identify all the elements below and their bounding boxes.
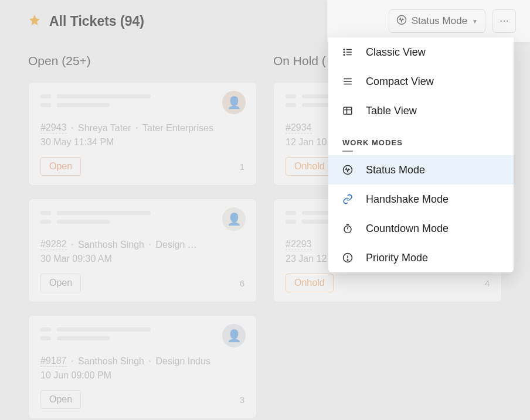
svg-point-3	[507, 21, 508, 22]
dropdown-item[interactable]: Status Mode	[328, 155, 514, 185]
ticket-company: Tater Enterprises	[142, 123, 213, 134]
status-chip[interactable]: Onhold	[286, 157, 334, 176]
mode-button-label: Status Mode	[412, 15, 467, 27]
table-icon	[342, 105, 353, 116]
dropdown-item-label: Compact View	[366, 76, 434, 88]
status-chip[interactable]: Onhold	[286, 274, 334, 292]
dropdown-item-label: Classic View	[366, 46, 426, 59]
ticket-count: 1	[240, 162, 244, 172]
svg-point-0	[397, 15, 406, 24]
svg-point-4	[344, 49, 345, 50]
dropdown-item[interactable]: Countdown Mode	[328, 214, 514, 243]
dropdown-item[interactable]: Handshake Mode	[328, 185, 514, 214]
svg-point-6	[344, 54, 345, 56]
dropdown-item-label: Countdown Mode	[366, 223, 449, 235]
kanban-column: Open (25+)👤#2943•Shreya Tater•Tater Ente…	[28, 54, 257, 420]
alert-icon	[342, 252, 353, 263]
dropdown-item-label: Priority Mode	[366, 252, 428, 264]
dropdown-item[interactable]: Priority Mode	[328, 243, 514, 272]
ticket-company: Design Indus	[156, 356, 210, 367]
ticket-date: 10 Jun 09:00 PM	[40, 370, 244, 381]
svg-point-2	[504, 21, 505, 22]
ticket-person: Shreya Tater	[78, 123, 131, 134]
avatar: 👤	[222, 207, 246, 231]
chevron-down-icon: ▼	[472, 18, 478, 25]
dropdown-item-label: Status Mode	[366, 164, 425, 176]
ticket-id: #9187	[40, 356, 67, 367]
ticket-id: #2293	[286, 239, 312, 250]
status-chip[interactable]: Open	[40, 274, 81, 292]
ticket-id: #9282	[40, 239, 67, 250]
svg-rect-13	[344, 107, 352, 114]
ticket-meta: #9187•Santhosh Singh•Design Indus	[40, 356, 244, 367]
ticket-date: 30 May 11:34 PM	[40, 137, 244, 148]
ticket-id: #2934	[286, 122, 312, 134]
page-title: All Tickets (94)	[49, 13, 144, 29]
dropdown-item-label: Table View	[366, 105, 417, 117]
ticket-company: Design …	[156, 240, 197, 250]
timer-icon	[342, 223, 353, 234]
svg-point-5	[344, 52, 345, 53]
more-button[interactable]	[492, 9, 516, 33]
dropdown-item-label: Handshake Mode	[366, 193, 449, 206]
svg-point-1	[501, 21, 502, 22]
status-chip[interactable]: Open	[40, 390, 81, 409]
ticket-meta: #2943•Shreya Tater•Tater Enterprises	[40, 122, 244, 134]
ticket-person: Santhosh Singh	[78, 356, 144, 367]
dropdown-section-header: WORK MODES	[328, 125, 514, 155]
lines-icon	[342, 76, 353, 87]
avatar: 👤	[222, 91, 246, 114]
ticket-id: #2943	[40, 122, 67, 134]
ticket-card[interactable]: 👤#9187•Santhosh Singh•Design Indus10 Jun…	[28, 315, 257, 419]
ticket-person: Santhosh Singh	[78, 240, 144, 250]
dropdown-item[interactable]: Table View	[328, 96, 514, 125]
svg-point-22	[347, 259, 348, 261]
activity-icon	[342, 165, 353, 175]
avatar: 👤	[222, 324, 246, 347]
ticket-card[interactable]: 👤#2943•Shreya Tater•Tater Enterprises30 …	[28, 82, 257, 186]
svg-point-16	[344, 166, 352, 175]
ticket-date: 30 Mar 09:30 AM	[40, 254, 244, 264]
list-icon	[342, 47, 353, 57]
view-mode-button[interactable]: Status Mode ▼	[389, 9, 485, 33]
ticket-count: 3	[240, 395, 244, 405]
ticket-meta: #9282•Santhosh Singh•Design …	[40, 239, 244, 250]
status-chip[interactable]: Open	[40, 157, 81, 176]
ticket-count: 4	[485, 278, 490, 288]
column-title: Open (25+)	[28, 54, 257, 68]
star-icon	[28, 13, 41, 29]
ticket-count: 6	[240, 278, 244, 288]
ticket-card[interactable]: 👤#9282•Santhosh Singh•Design …30 Mar 09:…	[28, 199, 257, 302]
link-icon	[342, 194, 353, 204]
view-mode-dropdown[interactable]: Classic ViewCompact ViewTable ViewWORK M…	[328, 37, 514, 272]
dropdown-item[interactable]: Compact View	[328, 67, 514, 96]
header-toolbar: Status Mode ▼	[327, 0, 530, 42]
dropdown-item[interactable]: Classic View	[328, 37, 514, 67]
activity-icon	[396, 15, 407, 28]
